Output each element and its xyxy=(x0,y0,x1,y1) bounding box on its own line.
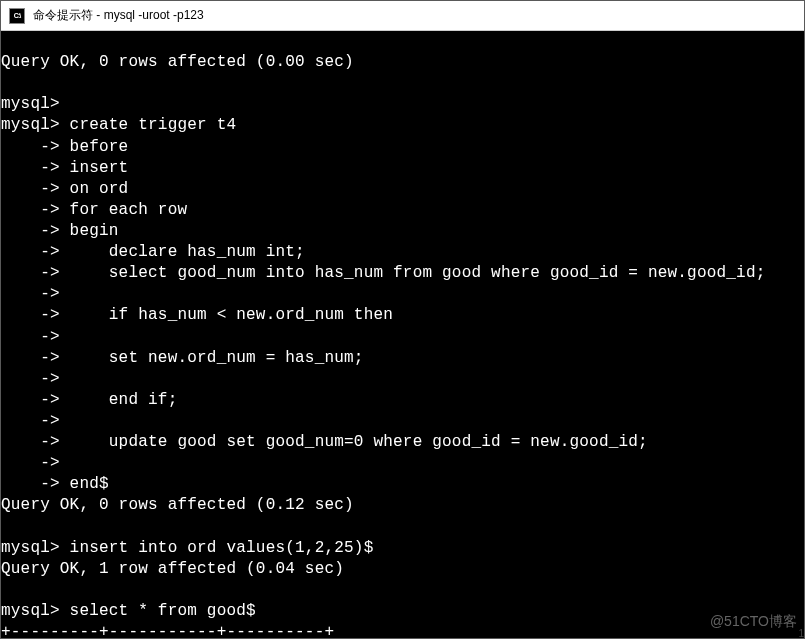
terminal-line: -> xyxy=(1,285,60,303)
terminal-line: Query OK, 0 rows affected (0.00 sec) xyxy=(1,53,354,71)
terminal-line: -> end$ xyxy=(1,475,109,493)
window-title: 命令提示符 - mysql -uroot -p123 xyxy=(33,7,204,24)
terminal-line: -> select good_num into has_num from goo… xyxy=(1,264,766,282)
terminal-line: -> xyxy=(1,412,60,430)
terminal-line: mysql> select * from good$ xyxy=(1,602,256,620)
terminal-line: -> end if; xyxy=(1,391,177,409)
terminal-line: -> insert xyxy=(1,159,128,177)
terminal-line: -> xyxy=(1,370,60,388)
terminal-line: mysql> create trigger t4 xyxy=(1,116,236,134)
terminal-line: Query OK, 1 row affected (0.04 sec) xyxy=(1,560,344,578)
terminal-line: -> before xyxy=(1,138,128,156)
terminal-line: +---------+-----------+----------+ xyxy=(1,623,334,638)
titlebar[interactable]: 命令提示符 - mysql -uroot -p123 xyxy=(1,1,804,31)
terminal-line: -> set new.ord_num = has_num; xyxy=(1,349,364,367)
terminal-line: -> on ord xyxy=(1,180,128,198)
terminal-line: -> begin xyxy=(1,222,119,240)
terminal-line: -> xyxy=(1,328,60,346)
terminal-output[interactable]: Query OK, 0 rows affected (0.00 sec) mys… xyxy=(1,31,804,638)
command-prompt-window: 命令提示符 - mysql -uroot -p123 Query OK, 0 r… xyxy=(0,0,805,639)
cmd-icon xyxy=(9,8,25,24)
terminal-line: -> update good set good_num=0 where good… xyxy=(1,433,648,451)
terminal-line: -> for each row xyxy=(1,201,187,219)
page-number: 1 xyxy=(798,628,804,639)
terminal-line: mysql> xyxy=(1,95,60,113)
terminal-line: -> if has_num < new.ord_num then xyxy=(1,306,393,324)
terminal-line: -> declare has_num int; xyxy=(1,243,305,261)
terminal-line: mysql> insert into ord values(1,2,25)$ xyxy=(1,539,373,557)
terminal-line: Query OK, 0 rows affected (0.12 sec) xyxy=(1,496,354,514)
terminal-line: -> xyxy=(1,454,60,472)
